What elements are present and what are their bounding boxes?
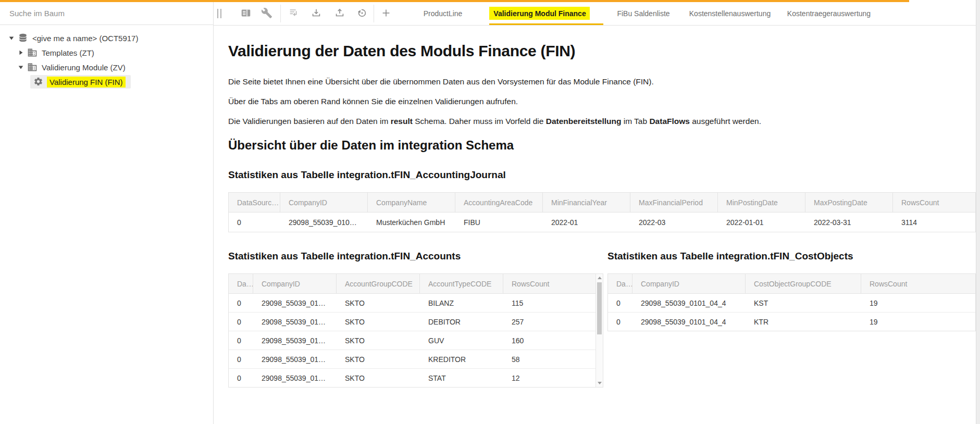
column-header: MinPostingDate — [718, 193, 805, 212]
accounts-table-title: Statistiken aus Tabelle integration.tFIN… — [228, 251, 461, 262]
wrench-icon — [261, 7, 272, 19]
intro-paragraph-3: Die Validierungen basieren auf den Daten… — [228, 117, 761, 126]
add-tab-button[interactable] — [379, 6, 393, 20]
caret-down-icon[interactable] — [7, 35, 16, 41]
table-cell: 0 — [229, 355, 253, 364]
restore-button[interactable] — [355, 6, 369, 20]
restore-icon — [356, 7, 368, 19]
column-header: AccountingAreaCode — [455, 193, 543, 212]
tree-item-validierung-fin[interactable]: Validierung FIN (FIN) — [0, 74, 213, 89]
table-cell: 2022-03-31 — [805, 218, 893, 227]
paragraph-segment: im Tab — [621, 117, 649, 126]
paragraph-segment-bold: Datenbereitstellung — [546, 117, 622, 126]
table-cell: 160 — [503, 336, 596, 345]
column-header: CompanyID — [632, 274, 746, 293]
table-header-row: Da… CompanyID CostObjectGroupCODE RowsCo… — [608, 274, 975, 294]
panel-toggle-button[interactable] — [239, 6, 253, 20]
table-cell: 29098_55039_0101_… — [253, 374, 337, 382]
table-cell: DEBITOR — [420, 318, 503, 326]
table-header-row: Da… CompanyID AccountGroupCODE AccountTy… — [229, 274, 596, 294]
table-cell: KST — [746, 299, 861, 307]
accounting-journal-table: DataSourc… CompanyID CompanyName Account… — [228, 192, 976, 232]
table-cell: 29098_55039_0101_04_4 — [632, 318, 746, 326]
table-cell: 0 — [608, 318, 632, 326]
plus-icon — [380, 7, 392, 19]
table-cell: Musterküchen GmbH — [368, 218, 455, 227]
table-row: 0 29098_55039_0101_… SKTO BILANZ 115 — [229, 294, 596, 312]
page-scrollbar[interactable] — [976, 0, 980, 424]
tree-item-label-highlighted: Validierung FIN (FIN) — [47, 77, 126, 88]
tab-validierung-modul-finance[interactable]: Validierung Modul Finance — [493, 2, 586, 24]
tab-kostentraegerauswertung[interactable]: Kostentraegerauswertung — [787, 2, 871, 24]
table-cell: SKTO — [337, 374, 420, 382]
table-row: 0 29098_55039_0101_… SKTO GUV 160 — [229, 331, 596, 350]
tree-item-validierung-module[interactable]: Validierung Module (ZV) — [0, 60, 213, 74]
table-cell: SKTO — [337, 318, 420, 326]
caret-down-icon[interactable] — [17, 64, 25, 70]
column-header: RowsCount — [893, 193, 975, 212]
table-cell: 29098_55039_0101_… — [253, 299, 337, 307]
upload-button[interactable] — [333, 6, 346, 20]
tree-item-templates[interactable]: Templates (ZT) — [0, 45, 213, 60]
scrollbar-down-arrow-icon[interactable] — [598, 382, 602, 384]
tree-item-label: <give me a name> (OCT5917) — [32, 34, 138, 43]
sort-button[interactable] — [287, 6, 301, 20]
paragraph-segment: ausgeführt werden. — [690, 117, 761, 126]
building-icon — [27, 47, 38, 58]
tree-item-root[interactable]: <give me a name> (OCT5917) — [0, 31, 213, 45]
paragraph-segment-bold: DataFlows — [649, 117, 690, 126]
table-row: 0 29098_55039_0101_… SKTO DEBITOR 257 — [229, 312, 596, 331]
tab-kostenstellenauswertung[interactable]: Kostenstellenauswertung — [689, 2, 771, 24]
scrollbar-thumb[interactable] — [597, 282, 602, 334]
column-header: AccountGroupCODE — [337, 274, 420, 293]
sidebar-splitter-handle[interactable] — [217, 9, 221, 18]
table-cell: 0 — [608, 299, 632, 307]
download-button[interactable] — [309, 6, 323, 20]
panel-toggle-icon — [240, 7, 252, 19]
paragraph-segment: Die Validierungen basieren auf den Daten… — [228, 117, 391, 126]
table-cell: 12 — [503, 374, 596, 382]
column-header: CostObjectGroupCODE — [746, 274, 861, 293]
table-cell: 29098_55039_0101_04_4 — [632, 299, 746, 307]
gear-icon — [33, 77, 44, 87]
tree-search-row — [0, 2, 213, 25]
column-header: MaxPostingDate — [805, 193, 893, 212]
tab-productline[interactable]: ProductLine — [424, 2, 463, 24]
scrollbar-up-arrow-icon[interactable] — [598, 277, 602, 279]
selected-tree-item-pill: Validierung FIN (FIN) — [30, 75, 131, 89]
table-cell: 0 — [229, 318, 253, 326]
table-cell: BILANZ — [420, 299, 503, 307]
accounting-journal-table-title: Statistiken aus Tabelle integration.tFIN… — [228, 169, 506, 181]
tab-fibu-saldenliste[interactable]: FiBu Saldenliste — [617, 2, 669, 24]
accounts-table: Da… CompanyID AccountGroupCODE AccountTy… — [228, 273, 603, 388]
table-cell: STAT — [420, 374, 503, 382]
table-cell: FIBU — [455, 218, 543, 227]
table-cell: SKTO — [337, 336, 420, 345]
table-cell: 2022-01 — [543, 218, 630, 227]
table-cell: 29098_55039_0101_… — [253, 355, 337, 364]
column-header: RowsCount — [503, 274, 596, 293]
navigation-tree: <give me a name> (OCT5917) Templates (ZT… — [0, 31, 213, 89]
column-header: CompanyID — [253, 274, 337, 293]
column-header: CompanyID — [280, 193, 368, 212]
table-cell: 29098_55039_0101_… — [253, 318, 337, 326]
column-header: AccountTypeCODE — [420, 274, 503, 293]
table-cell: 0 — [229, 336, 253, 345]
table-row: 0 29098_55039_0101_0… Musterküchen GmbH … — [229, 213, 975, 232]
upload-icon — [334, 7, 345, 19]
download-icon — [311, 7, 322, 19]
table-row: 0 29098_55039_0101_… SKTO KREDITOR 58 — [229, 350, 596, 368]
table-cell: 2022-03 — [630, 218, 718, 227]
table-cell: SKTO — [337, 355, 420, 364]
table-cell: 19 — [861, 299, 975, 307]
table-scrollbar[interactable] — [596, 274, 603, 387]
table-cell: SKTO — [337, 299, 420, 307]
column-header: DataSourc… — [229, 193, 280, 212]
settings-wrench-button[interactable] — [260, 6, 274, 20]
section-title: Übersicht über die Daten im integration … — [228, 138, 514, 153]
tree-search-input[interactable] — [0, 2, 213, 24]
tree-item-label: Templates (ZT) — [42, 48, 94, 57]
table-cell: 0 — [229, 299, 253, 307]
caret-right-icon[interactable] — [17, 49, 25, 56]
intro-paragraph-1: Die Seite bietet Ihnen eine Übersicht üb… — [228, 77, 654, 86]
